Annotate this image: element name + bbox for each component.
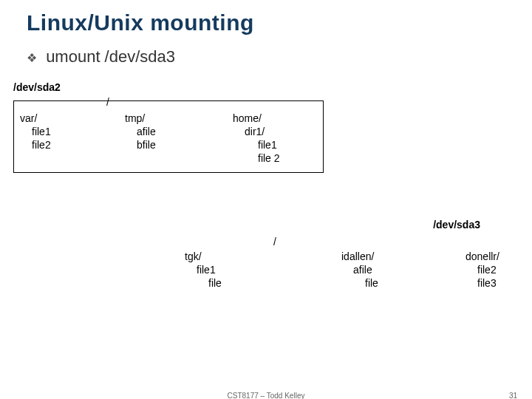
dir-var: var/ xyxy=(20,112,37,125)
file: bfile xyxy=(137,138,156,151)
bullet-item: ❖ umount /dev/sda3 xyxy=(27,47,175,66)
footer-page-number: 31 xyxy=(509,392,517,399)
file: file xyxy=(365,276,378,290)
slide-title: Linux/Unix mounting xyxy=(27,10,254,35)
dir-home: home/ xyxy=(233,112,262,125)
dir-idallen: idallen/ xyxy=(341,250,374,263)
filesystem-box-sda3: / tgk/ file1 file idallen/ afile file do… xyxy=(179,238,519,310)
file: file3 xyxy=(477,276,497,290)
file: afile xyxy=(353,263,372,276)
file: file 2 xyxy=(258,151,280,165)
dir-tmp: tmp/ xyxy=(125,112,145,125)
dir-dir1: dir1/ xyxy=(245,125,265,138)
file: file1 xyxy=(258,138,277,151)
footer-course: CST8177 – Todd Kelley xyxy=(228,392,305,399)
file: file2 xyxy=(32,138,51,151)
root-slash: / xyxy=(106,95,109,109)
dir-tgk: tgk/ xyxy=(185,250,202,263)
root-slash: / xyxy=(273,235,276,248)
bullet-text: umount /dev/sda3 xyxy=(46,47,175,66)
filesystem-box-sda2: / var/ file1 file2 tmp/ afile bfile home… xyxy=(13,100,324,173)
file: afile xyxy=(137,125,156,138)
file: file xyxy=(208,276,222,290)
file: file1 xyxy=(32,125,51,138)
dir-donellr: donellr/ xyxy=(466,250,499,263)
device-label-sda3: /dev/sda3 xyxy=(433,219,480,231)
file: file1 xyxy=(197,263,216,276)
file: file2 xyxy=(477,263,497,276)
device-label-sda2: /dev/sda2 xyxy=(13,81,61,93)
bullet-icon: ❖ xyxy=(27,52,37,64)
